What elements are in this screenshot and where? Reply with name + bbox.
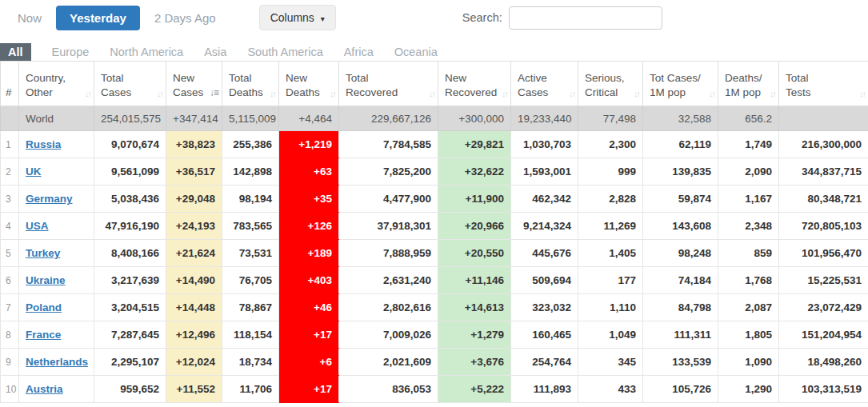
total-tests-cell: 15,225,531	[779, 267, 868, 294]
sort-both-icon: ↓↑	[429, 89, 434, 98]
world-total-tests-cell	[779, 106, 868, 131]
col-header-label: New Deaths	[286, 72, 320, 98]
total-deaths-cell: 78,867	[222, 294, 279, 321]
new-cases-cell: +36,517	[166, 158, 222, 186]
tab-europe[interactable]: Europe	[52, 43, 90, 61]
col-header-deaths-1m[interactable]: Deaths/ 1M pop↓↑	[718, 62, 779, 106]
country-link[interactable]: Netherlands	[26, 356, 88, 368]
total-cases-cell: 959,652	[94, 376, 166, 403]
new-cases-cell: +11,552	[166, 376, 222, 403]
tab-all[interactable]: All	[0, 43, 31, 61]
active-cases-cell: 509,694	[511, 267, 578, 294]
world-country-cell: World	[19, 106, 94, 131]
table-row: 3Germany5,038,436+29,04898,194+354,477,9…	[1, 186, 868, 213]
new-cases-cell: +24,193	[166, 213, 222, 240]
columns-dropdown-button[interactable]: Columns ▾	[259, 5, 336, 30]
total-tests-cell: 80,348,721	[779, 186, 868, 213]
total-recovered-cell: 836,053	[339, 376, 438, 403]
now-button[interactable]: Now	[8, 7, 51, 29]
country-link[interactable]: UK	[26, 166, 42, 178]
total-recovered-cell: 2,802,616	[339, 294, 438, 321]
tab-north-america[interactable]: North America	[110, 43, 183, 61]
new-recovered-cell: +11,900	[438, 186, 511, 213]
total-recovered-cell: 7,825,200	[339, 158, 438, 186]
new-recovered-cell: +32,622	[438, 158, 511, 186]
deaths-1m-cell: 1,090	[718, 349, 779, 376]
tot-cases-1m-cell: 139,835	[643, 158, 718, 186]
new-recovered-cell: +20,966	[438, 213, 511, 240]
world-tot-cases-1m-cell: 32,588	[643, 106, 718, 131]
country-link[interactable]: USA	[26, 220, 49, 232]
deaths-1m-cell: 1,167	[718, 186, 779, 213]
serious-critical-cell: 177	[578, 267, 643, 294]
country-cell: Netherlands	[19, 349, 94, 376]
search-input[interactable]	[509, 6, 662, 30]
tab-oceania[interactable]: Oceania	[394, 43, 438, 61]
col-header-total-cases[interactable]: Total Cases↓↑	[94, 62, 166, 106]
table-row: 6Ukraine3,217,639+14,49076,705+4032,631,…	[1, 267, 868, 294]
tot-cases-1m-cell: 143,608	[643, 213, 718, 240]
col-header-active-cases[interactable]: Active Cases↓↑	[511, 62, 578, 106]
total-recovered-cell: 37,918,301	[339, 213, 438, 240]
total-recovered-cell: 4,477,900	[339, 186, 438, 213]
total-deaths-cell: 18,734	[222, 349, 279, 376]
total-tests-cell: 151,204,954	[779, 321, 868, 349]
country-link[interactable]: Ukraine	[26, 274, 66, 286]
total-cases-cell: 47,916,190	[94, 213, 166, 240]
tot-cases-1m-cell: 105,726	[643, 376, 718, 403]
col-header-total-recovered[interactable]: Total Recovered↓↑	[339, 62, 438, 106]
col-header-rank[interactable]: #	[1, 62, 19, 106]
table-row: 10Austria959,652+11,55211,706+17836,053+…	[1, 376, 868, 403]
total-cases-cell: 3,217,639	[94, 267, 166, 294]
world-rank-cell	[1, 106, 19, 131]
top-toolbar: Now Yesterday 2 Days Ago Columns ▾ Searc…	[0, 0, 868, 37]
new-recovered-cell: +14,613	[438, 294, 511, 321]
new-cases-cell: +21,624	[166, 240, 222, 267]
country-link[interactable]: Germany	[26, 193, 73, 205]
col-header-new-cases[interactable]: New Cases↓≡	[166, 62, 222, 106]
sort-both-icon: ↓↑	[569, 89, 574, 98]
tot-cases-1m-cell: 98,248	[643, 240, 718, 267]
col-header-new-recovered[interactable]: New Recovered↓↑	[438, 62, 511, 106]
total-recovered-cell: 7,888,959	[339, 240, 438, 267]
col-header-total-deaths[interactable]: Total Deaths↓↑	[222, 62, 279, 106]
country-link[interactable]: Russia	[26, 138, 61, 150]
tot-cases-1m-cell: 74,184	[643, 267, 718, 294]
sort-both-icon: ↓↑	[502, 89, 507, 98]
rank-cell: 7	[1, 294, 19, 321]
two-days-ago-button[interactable]: 2 Days Ago	[145, 7, 226, 29]
country-link[interactable]: Austria	[26, 383, 63, 395]
new-cases-cell: +12,496	[166, 321, 222, 349]
country-link[interactable]: Turkey	[26, 247, 60, 259]
yesterday-button[interactable]: Yesterday	[56, 6, 140, 30]
col-header-label: Total Recovered	[346, 72, 398, 98]
new-deaths-cell: +126	[279, 213, 339, 240]
tab-asia[interactable]: Asia	[204, 43, 226, 61]
sort-both-icon: ↓↑	[157, 89, 162, 98]
world-deaths-1m-cell: 656.2	[718, 106, 779, 131]
new-deaths-cell: +1,219	[279, 131, 339, 158]
tab-africa[interactable]: Africa	[344, 43, 374, 61]
serious-critical-cell: 999	[578, 158, 643, 186]
total-tests-cell: 344,837,715	[779, 158, 868, 186]
new-recovered-cell: +20,550	[438, 240, 511, 267]
columns-button-label: Columns	[270, 11, 314, 24]
deaths-1m-cell: 2,087	[718, 294, 779, 321]
col-header-serious-critical[interactable]: Serious, Critical↓↑	[578, 62, 643, 106]
col-header-label: Total Cases	[101, 72, 131, 98]
col-header-label: New Cases	[173, 72, 203, 98]
col-header-country[interactable]: Country, Other↓↑	[19, 62, 94, 106]
tab-south-america[interactable]: South America	[247, 43, 322, 61]
serious-critical-cell: 2,300	[578, 131, 643, 158]
country-link[interactable]: Poland	[26, 301, 62, 313]
table-row: 4USA47,916,190+24,193783,565+12637,918,3…	[1, 213, 868, 240]
col-header-new-deaths[interactable]: New Deaths↓↑	[279, 62, 339, 106]
country-link[interactable]: France	[26, 329, 61, 341]
rank-cell: 1	[1, 131, 19, 158]
total-cases-cell: 7,287,645	[94, 321, 166, 349]
col-header-label: Serious, Critical	[585, 72, 625, 98]
col-header-total-tests[interactable]: Total Tests↓↑	[779, 62, 868, 106]
search-label: Search:	[462, 11, 502, 24]
search-area: Search:	[462, 6, 662, 30]
col-header-tot-cases-1m[interactable]: Tot Cases/ 1M pop↓↑	[643, 62, 718, 106]
